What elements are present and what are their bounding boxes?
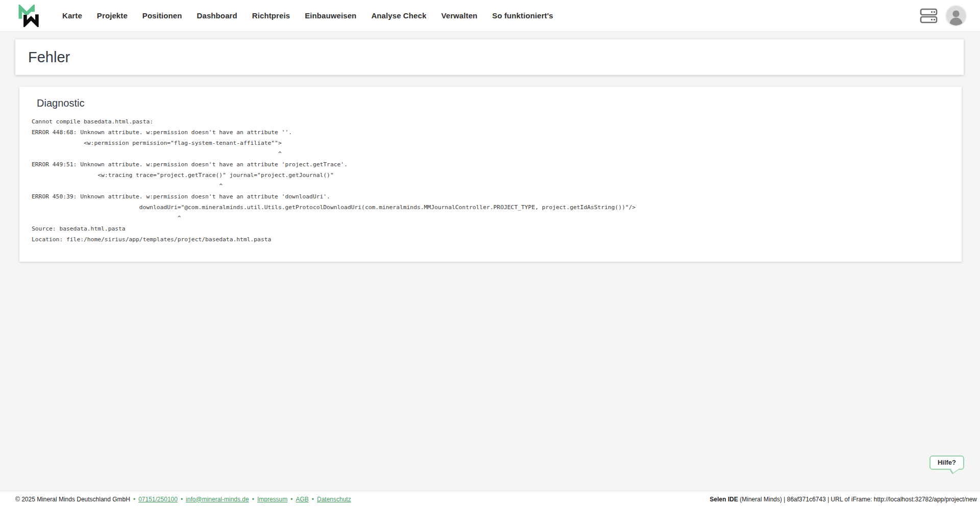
nav-item-dashboard[interactable]: Dashboard: [197, 11, 237, 20]
footer-bar: © 2025 Mineral Minds Deutschland GmbH • …: [0, 491, 980, 507]
phone-link[interactable]: 07151/250100: [138, 496, 178, 503]
server-stack-icon[interactable]: [920, 8, 938, 24]
footer-separator: •: [312, 496, 314, 503]
nav-item-so-funktionierts[interactable]: So funktioniert's: [492, 11, 553, 20]
page-title: Fehler: [28, 49, 70, 66]
agb-link[interactable]: AGB: [296, 496, 308, 503]
footer-separator: •: [181, 496, 183, 503]
nav-item-positionen[interactable]: Positionen: [142, 11, 182, 20]
help-button-label: Hilfe?: [938, 459, 956, 466]
datenschutz-link[interactable]: Datenschutz: [317, 496, 351, 503]
error-header-card: Fehler: [15, 39, 964, 75]
email-link[interactable]: info@mineral-minds.de: [186, 496, 249, 503]
nav-item-verwalten[interactable]: Verwalten: [441, 11, 477, 20]
footer-left: © 2025 Mineral Minds Deutschland GmbH • …: [15, 496, 351, 503]
copyright-text: © 2025 Mineral Minds Deutschland GmbH: [15, 496, 130, 503]
diagnostic-title: Diagnostic: [37, 97, 949, 109]
nav-item-richtpreis[interactable]: Richtpreis: [252, 11, 290, 20]
diagnostic-output: Cannot compile basedata.html.pasta: ERRO…: [32, 116, 949, 245]
footer-separator: •: [133, 496, 135, 503]
diagnostic-card: Diagnostic Cannot compile basedata.html.…: [19, 87, 962, 262]
footer-separator: •: [252, 496, 254, 503]
user-avatar-icon[interactable]: [946, 6, 966, 26]
iframe-info-text: (Mineral Minds) | 86af371c6743 | URL of …: [738, 496, 977, 503]
nav-item-analyse-check[interactable]: Analyse Check: [371, 11, 426, 20]
impressum-link[interactable]: Impressum: [257, 496, 287, 503]
footer-separator: •: [290, 496, 292, 503]
ide-brand-label: Selen IDE: [710, 496, 738, 503]
help-button[interactable]: Hilfe?: [929, 455, 964, 470]
main-menu: Karte Projekte Positionen Dashboard Rich…: [62, 11, 553, 20]
mineral-minds-logo-icon[interactable]: [18, 5, 41, 27]
nav-item-einbauweisen[interactable]: Einbauweisen: [305, 11, 356, 20]
footer-right: Selen IDE (Mineral Minds) | 86af371c6743…: [710, 496, 977, 503]
nav-item-karte[interactable]: Karte: [62, 11, 82, 20]
top-nav-bar: Karte Projekte Positionen Dashboard Rich…: [0, 0, 980, 32]
nav-right-actions: [920, 6, 966, 26]
nav-item-projekte[interactable]: Projekte: [97, 11, 128, 20]
